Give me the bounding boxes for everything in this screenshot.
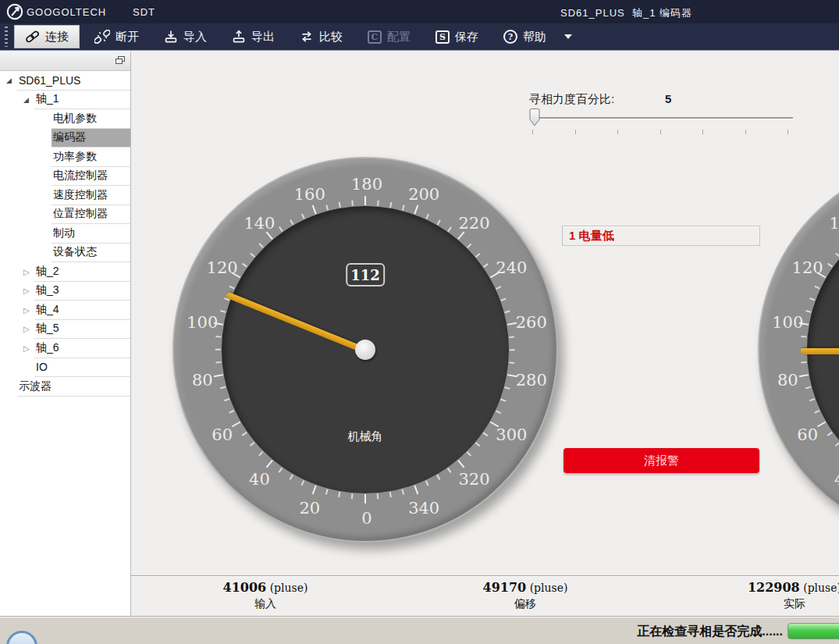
compare-label: 比较 [319, 30, 343, 44]
actual-unit: (pluse) [803, 582, 839, 594]
readouts-divider [131, 575, 839, 576]
save-button[interactable]: S 保存 [425, 25, 489, 48]
gauge-tick-label: 340 [408, 499, 439, 518]
tree-item-label: 制动 [52, 224, 130, 244]
save-label: 保存 [455, 30, 478, 44]
tree-item-oscilloscope[interactable]: 示波器 [0, 377, 130, 397]
tree-item-label: 电流控制器 [52, 167, 130, 187]
toolbar: 连接 断开 导入 导出 比较 C 配置 S 保存 ? 帮助 [0, 23, 839, 51]
tree-item-label: 示波器 [17, 377, 130, 397]
gauge-minor-tick [447, 468, 451, 473]
gauge-minor-tick [402, 489, 404, 495]
tree-item-axis-3[interactable]: ▷轴_3 [0, 282, 130, 301]
float-panel-icon[interactable] [116, 56, 125, 65]
gauge-minor-tick [250, 253, 254, 258]
chevron-down-icon[interactable] [564, 34, 572, 39]
input-unit: (pluse) [270, 582, 308, 594]
collapsed-expander-icon[interactable]: ▷ [23, 344, 34, 353]
gauge-tick-label: 0 [361, 509, 372, 528]
tree-item-axis-5[interactable]: ▷轴_5 [0, 320, 130, 340]
help-button[interactable]: ? 帮助 [493, 25, 556, 48]
tree-item-label: 轴_6 [34, 339, 130, 358]
expanded-expander-icon[interactable]: ◢ [6, 76, 17, 84]
tree-item-position-ctrl[interactable]: 位置控制器 [0, 205, 130, 225]
gauge-minor-tick [467, 244, 471, 248]
tree-item-label: 轴_4 [34, 301, 130, 320]
clear-alarm-button[interactable]: 清报警 [563, 448, 759, 473]
gauge-minor-tick [352, 201, 354, 206]
gauge-minor-tick [815, 411, 820, 414]
gauge-minor-tick [229, 286, 235, 289]
tree-item-sd61-plus[interactable]: ◢SD61_PLUS [0, 71, 130, 91]
gauge-minor-tick [467, 451, 471, 456]
tree-item-label: 编码器 [52, 129, 130, 148]
toolbar-gripper[interactable] [5, 27, 8, 47]
offset-unit: (pluse) [530, 582, 568, 594]
gauge-minor-tick [250, 442, 254, 447]
tree-item-axis-4[interactable]: ▷轴_4 [0, 301, 130, 320]
titlebar: GOOGOLTECH SDT SD61_PLUS 轴_1 编码器 [0, 0, 839, 23]
collapsed-expander-icon[interactable]: ▷ [23, 268, 34, 276]
gauge-tick-label: 80 [777, 371, 798, 390]
gauge-tick-label: 200 [408, 185, 439, 204]
gauge-minor-tick [447, 226, 451, 232]
gauge-minor-tick [815, 286, 820, 289]
gauge-tick-label: 140 [829, 214, 839, 233]
compare-arrows-icon [300, 30, 314, 44]
export-label: 导出 [251, 30, 275, 44]
tree-item-current-ctrl[interactable]: 电流控制器 [0, 167, 130, 187]
slider-thumb[interactable] [529, 109, 540, 127]
tree-item-power-params[interactable]: 功率参数 [0, 148, 130, 167]
titlebar-context: SD61_PLUS 轴_1 编码器 [560, 6, 692, 20]
tree-item-speed-ctrl[interactable]: 速度控制器 [0, 186, 130, 205]
gauge-tick-label: 40 [834, 470, 839, 489]
gauge-minor-tick [224, 399, 229, 402]
gauge-tick-label: 80 [192, 371, 213, 390]
gauge-minor-tick [510, 349, 515, 350]
gauge-major-tick [799, 374, 809, 377]
tree-item-axis-6[interactable]: ▷轴_6 [0, 339, 130, 358]
collapsed-expander-icon[interactable]: ▷ [23, 286, 34, 295]
gauge-tick-label: 100 [772, 313, 803, 332]
tree-item-motor-params[interactable]: 电机参数 [0, 109, 130, 129]
googoltech-logo-icon [5, 2, 24, 21]
gauge-major-tick [414, 205, 418, 215]
tree-item-brake[interactable]: 制动 [0, 224, 130, 244]
collapsed-expander-icon[interactable]: ▷ [23, 306, 34, 315]
nav-tree: ◢SD61_PLUS◢轴_1电机参数编码器功率参数电流控制器速度控制器位置控制器… [0, 71, 130, 397]
gauge-minor-tick [835, 253, 839, 258]
offset-label: 偏移 [439, 597, 611, 611]
tree-item-encoder[interactable]: 编码器 [0, 129, 130, 148]
gauge-minor-tick [402, 205, 404, 210]
alarm-text: 1 电量低 [563, 229, 614, 244]
readout-actual: 122908 (pluse) 实际 [709, 580, 839, 611]
slider-track[interactable] [531, 117, 793, 119]
main-panel: 寻相力度百分比: 5 02040608010012014016018020022… [131, 52, 839, 617]
slider-tick [745, 130, 746, 134]
disconnect-button[interactable]: 断开 [84, 25, 149, 48]
gauge-major-tick [414, 486, 418, 495]
tree-item-axis-2[interactable]: ▷轴_2 [0, 262, 130, 282]
tree-item-io[interactable]: IO [0, 358, 130, 378]
compare-button[interactable]: 比较 [290, 25, 353, 48]
slider-tick [660, 130, 661, 134]
offset-value: 49170 [483, 580, 527, 595]
gauge-tick-label: 40 [249, 470, 270, 489]
tree-item-device-status[interactable]: 设备状态 [0, 244, 130, 263]
gauge-minor-tick [426, 214, 429, 219]
connect-button[interactable]: 连接 [14, 25, 80, 48]
gauge-hub [355, 340, 375, 360]
chain-broken-icon [94, 30, 110, 44]
collapsed-expander-icon[interactable]: ▷ [23, 325, 34, 333]
export-button[interactable]: 导出 [222, 25, 285, 48]
gauge-tick-label: 100 [187, 313, 218, 332]
gauge-minor-tick [437, 219, 441, 225]
config-button[interactable]: C 配置 [357, 25, 421, 48]
gauge-minor-tick [509, 336, 514, 338]
expanded-expander-icon[interactable]: ◢ [23, 96, 34, 104]
export-tray-icon [232, 30, 246, 44]
gauge-minor-tick [301, 214, 304, 219]
tree-item-axis-1[interactable]: ◢轴_1 [0, 91, 130, 110]
statusbar: 正在检查寻相是否完成...... [0, 617, 839, 644]
import-button[interactable]: 导入 [154, 25, 217, 48]
